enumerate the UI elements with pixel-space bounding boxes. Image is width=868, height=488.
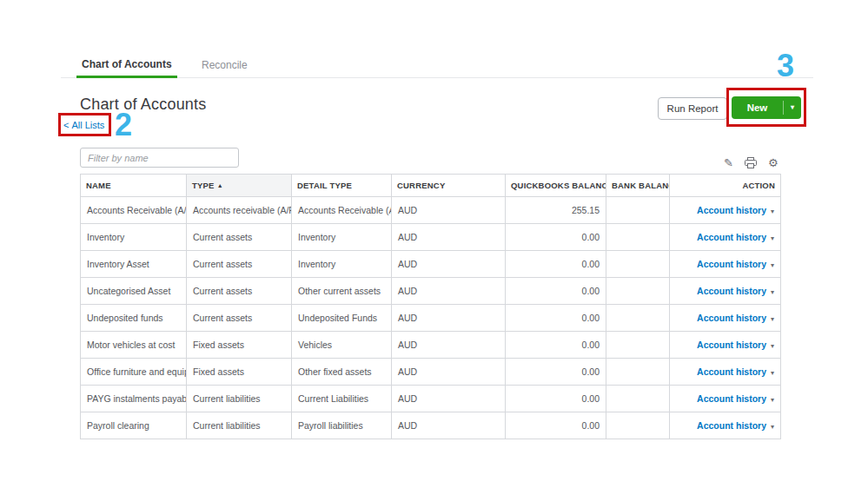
detail-type-cell: Inventory bbox=[292, 224, 392, 251]
action-cell: Account history▾ bbox=[670, 251, 781, 278]
bank-balance-cell bbox=[606, 359, 670, 386]
annotation-box-all-lists: <All Lists bbox=[58, 113, 111, 136]
filter-by-name-input[interactable] bbox=[80, 148, 239, 168]
account-history-link[interactable]: Account history bbox=[697, 340, 766, 350]
new-button-label: New bbox=[732, 102, 783, 113]
bank-balance-cell bbox=[606, 386, 670, 412]
chevron-down-icon[interactable]: ▾ bbox=[771, 342, 774, 350]
detail-type-cell: Other current assets bbox=[292, 278, 392, 305]
column-header-type[interactable]: TYPE▲ bbox=[187, 175, 292, 197]
currency-cell: AUD bbox=[392, 197, 506, 224]
quickbooks-balance-cell: 0.00 bbox=[506, 332, 606, 359]
currency-cell: AUD bbox=[392, 305, 506, 332]
detail-type-cell: Inventory bbox=[292, 251, 392, 278]
quickbooks-balance-cell: 0.00 bbox=[506, 412, 606, 439]
column-header-quickbooks-balance[interactable]: QUICKBOOKS BALANCE bbox=[506, 175, 606, 197]
account-history-link[interactable]: Account history bbox=[697, 286, 766, 296]
account-history-link[interactable]: Account history bbox=[697, 393, 766, 404]
bank-balance-cell bbox=[606, 224, 670, 251]
all-lists-link[interactable]: <All Lists bbox=[63, 120, 104, 130]
bank-balance-cell bbox=[606, 305, 670, 332]
account-name-cell: Inventory Asset bbox=[81, 251, 187, 278]
printer-icon[interactable] bbox=[745, 157, 757, 168]
account-name-cell: Undeposited funds bbox=[81, 305, 187, 332]
detail-type-cell: Accounts Receivable (A/R) bbox=[292, 197, 392, 224]
column-header-name[interactable]: NAME bbox=[81, 175, 187, 197]
tab-reconcile[interactable]: Reconcile bbox=[196, 54, 253, 78]
column-header-action: ACTION bbox=[670, 175, 781, 197]
account-name-cell: Uncategorised Asset bbox=[81, 278, 187, 305]
table-row: Office furniture and equipmFixed assetsO… bbox=[81, 359, 781, 386]
type-cell: Current liabilities bbox=[187, 412, 292, 439]
chevron-down-icon[interactable]: ▾ bbox=[771, 423, 774, 431]
account-name-cell: Payroll clearing bbox=[81, 412, 187, 439]
chevron-down-icon[interactable]: ▾ bbox=[771, 234, 774, 242]
detail-type-cell: Vehicles bbox=[292, 332, 392, 359]
detail-type-cell: Other fixed assets bbox=[292, 359, 392, 386]
chevron-down-icon[interactable]: ▾ bbox=[771, 261, 774, 269]
account-history-link[interactable]: Account history bbox=[697, 420, 766, 431]
account-name-cell: Motor vehicles at cost bbox=[81, 332, 187, 359]
column-header-detail-type[interactable]: DETAIL TYPE bbox=[292, 175, 392, 197]
tab-chart-of-accounts[interactable]: Chart of Accounts bbox=[76, 53, 177, 78]
all-lists-label: All Lists bbox=[71, 120, 104, 130]
currency-cell: AUD bbox=[392, 224, 506, 251]
quickbooks-balance-cell: 0.00 bbox=[506, 224, 606, 251]
currency-cell: AUD bbox=[392, 278, 506, 305]
action-cell: Account history▾ bbox=[670, 278, 781, 305]
type-cell: Fixed assets bbox=[187, 359, 292, 386]
column-header-currency[interactable]: CURRENCY bbox=[392, 175, 506, 197]
type-cell: Accounts receivable (A/R) bbox=[187, 197, 292, 224]
chevron-left-icon: < bbox=[63, 120, 69, 130]
account-history-link[interactable]: Account history bbox=[697, 259, 766, 269]
quickbooks-balance-cell: 0.00 bbox=[506, 278, 606, 305]
tabs-bar: Chart of Accounts Reconcile bbox=[61, 53, 813, 78]
account-history-link[interactable]: Account history bbox=[697, 232, 766, 242]
detail-type-cell: Current Liabilities bbox=[292, 386, 392, 412]
chart-of-accounts-page: Chart of Accounts Reconcile Chart of Acc… bbox=[0, 0, 868, 488]
table-header-row: NAME TYPE▲ DETAIL TYPE CURRENCY QUICKBOO… bbox=[81, 175, 781, 197]
action-cell: Account history▾ bbox=[670, 305, 781, 332]
chevron-down-icon[interactable]: ▾ bbox=[771, 315, 774, 323]
currency-cell: AUD bbox=[392, 251, 506, 278]
gear-icon[interactable]: ⚙ bbox=[768, 157, 779, 168]
type-cell: Current assets bbox=[187, 278, 292, 305]
table-row: Uncategorised AssetCurrent assetsOther c… bbox=[81, 278, 781, 305]
run-report-button[interactable]: Run Report bbox=[658, 97, 727, 120]
quickbooks-balance-cell: 0.00 bbox=[506, 305, 606, 332]
bank-balance-cell bbox=[606, 278, 670, 305]
type-cell: Current liabilities bbox=[187, 386, 292, 412]
accounts-table-body: Accounts Receivable (A/R)Accounts receiv… bbox=[81, 197, 781, 439]
account-history-link[interactable]: Account history bbox=[697, 313, 766, 323]
action-cell: Account history▾ bbox=[670, 197, 781, 224]
type-cell: Current assets bbox=[187, 305, 292, 332]
table-row: Motor vehicles at costFixed assetsVehicl… bbox=[81, 332, 781, 359]
account-name-cell: Office furniture and equipm bbox=[81, 359, 187, 386]
account-history-link[interactable]: Account history bbox=[697, 366, 766, 377]
table-row: Inventory AssetCurrent assetsInventoryAU… bbox=[81, 251, 781, 278]
action-cell: Account history▾ bbox=[670, 224, 781, 251]
pencil-icon[interactable]: ✎ bbox=[724, 157, 733, 168]
sort-asc-icon: ▲ bbox=[217, 182, 223, 188]
page-title: Chart of Accounts bbox=[80, 96, 206, 114]
account-name-cell: Accounts Receivable (A/R) bbox=[81, 197, 187, 224]
quickbooks-balance-cell: 0.00 bbox=[506, 359, 606, 386]
account-name-cell: Inventory bbox=[81, 224, 187, 251]
chevron-down-icon[interactable]: ▾ bbox=[771, 208, 774, 215]
chevron-down-icon[interactable]: ▾ bbox=[771, 288, 774, 296]
chevron-down-icon[interactable]: ▾ bbox=[784, 103, 801, 111]
table-row: InventoryCurrent assetsInventoryAUD0.00A… bbox=[81, 224, 781, 251]
chevron-down-icon[interactable]: ▾ bbox=[771, 369, 774, 377]
action-cell: Account history▾ bbox=[670, 386, 781, 412]
table-row: Undeposited fundsCurrent assetsUndeposit… bbox=[81, 305, 781, 332]
new-button[interactable]: New ▾ bbox=[732, 96, 801, 119]
annotation-step-3: 3 bbox=[777, 50, 794, 82]
bank-balance-cell bbox=[606, 251, 670, 278]
table-row: Accounts Receivable (A/R)Accounts receiv… bbox=[81, 197, 781, 224]
action-cell: Account history▾ bbox=[670, 332, 781, 359]
account-history-link[interactable]: Account history bbox=[697, 205, 766, 215]
currency-cell: AUD bbox=[392, 386, 506, 412]
column-header-bank-balance[interactable]: BANK BALANCE bbox=[606, 175, 670, 197]
quickbooks-balance-cell: 0.00 bbox=[506, 386, 606, 412]
chevron-down-icon[interactable]: ▾ bbox=[771, 396, 774, 404]
